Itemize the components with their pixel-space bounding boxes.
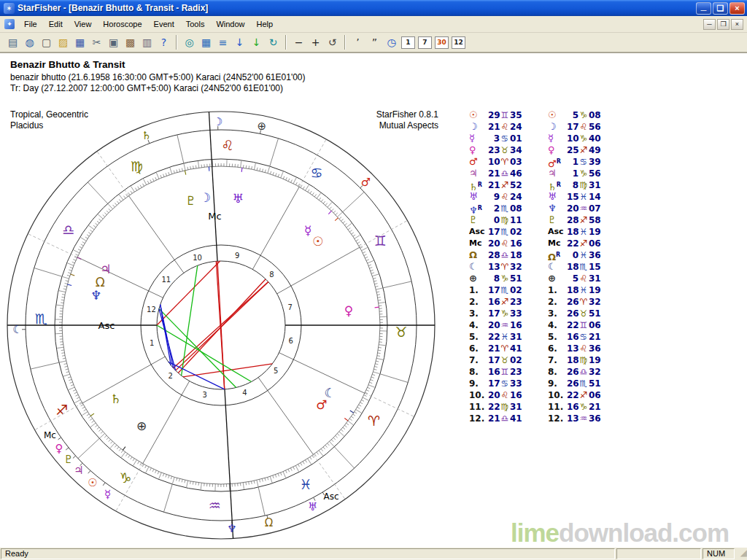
svg-text:☿: ☿ xyxy=(104,488,111,501)
new-horoscope-icon[interactable]: ▤ xyxy=(4,34,21,50)
menu-horoscope[interactable]: Horoscope xyxy=(97,16,147,32)
house-cusp-row: 9.17♋33 xyxy=(469,378,525,389)
position-row: Ω28♎18 xyxy=(469,249,525,261)
svg-text:♄: ♄ xyxy=(142,129,151,142)
chart-title: Benazir Bhutto & Transit xyxy=(10,59,125,70)
list-view-icon[interactable]: ≡ xyxy=(214,34,231,50)
refresh-icon[interactable]: ↻ xyxy=(265,34,282,50)
aspect-mode-label: Mutual Aspects xyxy=(277,120,438,131)
svg-text:♅: ♅ xyxy=(308,500,317,513)
svg-text:♈: ♈ xyxy=(368,413,380,429)
house-cusp-row: 11.16♑21 xyxy=(548,401,603,413)
toolbar-separator xyxy=(285,35,287,50)
svg-text:10: 10 xyxy=(193,254,202,262)
svg-text:8: 8 xyxy=(269,271,274,279)
wheel-view-icon[interactable]: ◎ xyxy=(181,34,198,50)
house-cusp-row: 4.20♒16 xyxy=(469,319,525,331)
step-7-days-button[interactable]: 7 xyxy=(418,36,432,49)
step-down-green-icon[interactable]: ↓ xyxy=(248,34,265,50)
menu-edit[interactable]: Edit xyxy=(43,16,69,32)
svg-text:6: 6 xyxy=(288,337,293,345)
svg-text:5: 5 xyxy=(274,367,278,375)
time-step-icon[interactable]: ◷ xyxy=(383,34,400,50)
svg-text:⊕: ⊕ xyxy=(257,120,266,133)
position-row: Mc22♐06 xyxy=(548,238,603,249)
maximize-button[interactable]: ❏ xyxy=(713,2,728,15)
svg-text:☾: ☾ xyxy=(325,386,336,400)
svg-text:♀: ♀ xyxy=(55,442,63,455)
zoom-in-icon[interactable]: + xyxy=(307,34,324,50)
house-cusp-row: 2.16♐23 xyxy=(469,296,525,308)
menu-event[interactable]: Event xyxy=(148,16,180,32)
zoom-out-icon[interactable]: − xyxy=(290,34,307,50)
print-icon[interactable]: ▥ xyxy=(139,34,155,50)
step-down-blue-icon[interactable]: ↓ xyxy=(231,34,248,50)
step-12-months-button[interactable]: 12 xyxy=(452,36,465,49)
position-row: ☽17♌56 xyxy=(548,121,603,133)
menu-file[interactable]: File xyxy=(18,16,43,32)
house-cusp-row: 5.16♋21 xyxy=(548,331,603,343)
svg-text:♅: ♅ xyxy=(233,191,244,206)
svg-text:Ω: Ω xyxy=(265,516,273,529)
house-system-label: Placidus xyxy=(10,120,88,131)
step-1-day-button[interactable]: 1 xyxy=(401,36,415,49)
svg-text:12: 12 xyxy=(147,306,156,314)
menu-window[interactable]: Window xyxy=(210,16,250,32)
svg-text:Mc: Mc xyxy=(208,211,221,222)
paste-icon[interactable]: ▩ xyxy=(122,34,139,50)
window-title: StarFisher - [Benazir Bhutto & Transit -… xyxy=(18,3,696,13)
position-row: ⊕5♌31 xyxy=(548,273,603,284)
menu-tools[interactable]: Tools xyxy=(180,16,211,32)
resize-grip[interactable]: ◢ xyxy=(735,548,747,560)
app-version-label: StarFisher 0.8.1 xyxy=(277,109,438,120)
save-icon[interactable]: ▦ xyxy=(71,34,88,50)
step-30-days-button[interactable]: 30 xyxy=(435,36,449,49)
svg-text:♏: ♏ xyxy=(35,311,47,327)
svg-text:♋: ♋ xyxy=(310,165,322,181)
child-window-icon: ✦ xyxy=(4,19,15,29)
svg-text:♓: ♓ xyxy=(299,476,311,492)
position-row: ☽21♌24 xyxy=(469,121,525,133)
open-atlas-icon[interactable]: ◍ xyxy=(21,34,38,50)
natal-data-line: benazir bhutto (21.6.1958 16:30:00 GMT+5… xyxy=(10,72,306,82)
menu-help[interactable]: Help xyxy=(251,16,279,32)
svg-text:☽: ☽ xyxy=(199,190,210,205)
close-button[interactable]: × xyxy=(729,2,745,15)
svg-text:☿: ☿ xyxy=(304,223,311,238)
house-cusp-row: 12.21♎41 xyxy=(469,413,525,424)
minimize-button[interactable]: ─ xyxy=(696,2,711,15)
status-mid-panel xyxy=(616,548,701,559)
house-cusp-row: 1.18♓19 xyxy=(548,284,603,296)
mdi-close-button[interactable]: × xyxy=(731,19,743,30)
menu-view[interactable]: View xyxy=(69,16,98,32)
toolbar-separator xyxy=(176,35,177,50)
svg-text:♇: ♇ xyxy=(63,453,73,466)
mdi-minimize-button[interactable]: ─ xyxy=(703,19,716,30)
cut-icon[interactable]: ✂ xyxy=(88,34,105,50)
menu-items: FileEditViewHoroscopeEventToolsWindowHel… xyxy=(18,16,279,32)
status-message: Ready xyxy=(1,548,615,559)
grid-view-icon[interactable]: ▦ xyxy=(198,34,214,50)
position-row: ♃21♎46 xyxy=(469,168,525,179)
svg-text:♒: ♒ xyxy=(209,497,221,513)
mdi-restore-button[interactable]: ❒ xyxy=(717,19,729,30)
svg-text:Ω: Ω xyxy=(96,275,105,289)
watermark-rest: download.com xyxy=(559,518,729,547)
svg-text:☉: ☉ xyxy=(312,234,323,249)
open-file-icon[interactable]: ▨ xyxy=(55,34,71,50)
svg-text:♌: ♌ xyxy=(221,137,233,153)
position-row: ♅9♌24 xyxy=(469,191,525,203)
second-step-icon[interactable]: ” xyxy=(366,34,383,50)
svg-text:☉: ☉ xyxy=(88,476,97,489)
new-file-icon[interactable]: ▢ xyxy=(38,34,55,50)
position-row: Asc18♓19 xyxy=(548,226,603,238)
undo-icon[interactable]: ↺ xyxy=(324,34,341,50)
svg-text:♄: ♄ xyxy=(110,392,121,406)
help-icon[interactable]: ? xyxy=(155,34,172,50)
zodiac-type-label: Tropical, Geocentric xyxy=(10,109,88,120)
house-cusp-row: 10.20♌16 xyxy=(469,389,525,401)
svg-text:♂: ♂ xyxy=(361,176,371,189)
house-cusp-row: 2.26♈32 xyxy=(548,296,603,308)
copy-icon[interactable]: ▣ xyxy=(105,34,122,50)
minute-step-icon[interactable]: ’ xyxy=(349,34,366,50)
